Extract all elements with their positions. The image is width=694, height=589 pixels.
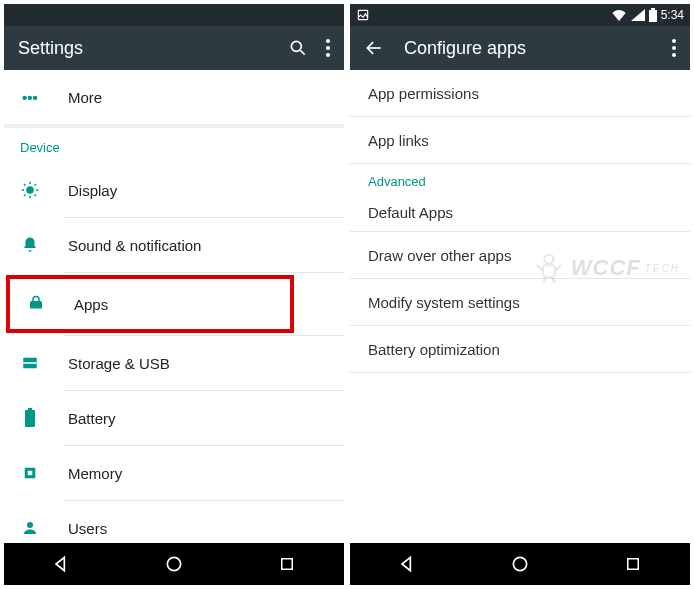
settings-item-battery[interactable]: Battery: [4, 391, 344, 445]
item-battery-opt[interactable]: Battery optimization: [350, 326, 690, 372]
svg-point-36: [513, 557, 526, 570]
svg-rect-14: [23, 358, 37, 363]
nav-home-icon[interactable]: [154, 554, 194, 574]
navigation-bar: [350, 543, 690, 585]
screenshot-saved-icon: [356, 8, 370, 22]
svg-rect-17: [28, 408, 32, 410]
item-label: App links: [368, 132, 429, 149]
item-modify-system[interactable]: Modify system settings: [350, 279, 690, 325]
svg-point-27: [672, 39, 676, 43]
item-label: Draw over other apps: [368, 247, 511, 264]
page-title: Configure apps: [404, 38, 652, 59]
more-options-icon[interactable]: [326, 39, 330, 57]
bell-icon: [20, 236, 40, 254]
settings-item-sound[interactable]: Sound & notification: [4, 218, 344, 272]
svg-rect-16: [25, 410, 35, 427]
back-arrow-icon[interactable]: [364, 38, 384, 58]
item-default-apps[interactable]: Default Apps: [350, 193, 690, 231]
configure-list: App permissions App links Advanced Defau…: [350, 70, 690, 543]
display-icon: [20, 181, 40, 199]
svg-rect-24: [649, 10, 657, 22]
nav-recent-icon[interactable]: [613, 555, 653, 573]
more-options-icon[interactable]: [672, 39, 676, 57]
divider: [350, 372, 690, 373]
settings-item-memory[interactable]: Memory: [4, 446, 344, 500]
settings-list: ••• More Device Display Sound & notifica…: [4, 70, 344, 543]
svg-point-29: [672, 53, 676, 57]
svg-rect-15: [23, 364, 37, 369]
nav-back-icon[interactable]: [387, 554, 427, 574]
svg-line-10: [24, 184, 26, 186]
item-draw-over[interactable]: Draw over other apps: [350, 232, 690, 278]
item-label: Battery optimization: [368, 341, 500, 358]
svg-rect-37: [628, 559, 639, 570]
svg-point-21: [167, 557, 180, 570]
item-label: More: [68, 89, 102, 106]
item-app-links[interactable]: App links: [350, 117, 690, 163]
section-header-device: Device: [4, 128, 344, 163]
svg-point-0: [291, 41, 301, 51]
item-label: Battery: [68, 410, 116, 427]
search-icon[interactable]: [288, 38, 308, 58]
item-label: Default Apps: [368, 204, 453, 221]
svg-line-11: [35, 195, 37, 197]
svg-rect-19: [28, 471, 33, 476]
svg-point-28: [672, 46, 676, 50]
item-label: Storage & USB: [68, 355, 170, 372]
svg-point-2: [326, 39, 330, 43]
item-label: Users: [68, 520, 107, 537]
item-label: Display: [68, 182, 117, 199]
svg-rect-25: [651, 8, 655, 10]
svg-line-12: [24, 195, 26, 197]
section-header-advanced: Advanced: [350, 164, 690, 193]
item-label: Modify system settings: [368, 294, 520, 311]
nav-recent-icon[interactable]: [267, 555, 307, 573]
svg-point-5: [26, 186, 34, 194]
app-bar: Settings: [4, 26, 344, 70]
signal-icon: [631, 9, 645, 21]
settings-screen: Settings ••• More Device Display: [4, 4, 344, 585]
nav-home-icon[interactable]: [500, 554, 540, 574]
svg-point-20: [27, 522, 33, 528]
status-time: 5:34: [661, 8, 684, 22]
item-label: Sound & notification: [68, 237, 201, 254]
settings-item-display[interactable]: Display: [4, 163, 344, 217]
configure-apps-screen: 5:34 Configure apps App permissions App …: [350, 4, 690, 585]
settings-item-more[interactable]: ••• More: [4, 70, 344, 124]
item-label: Apps: [74, 296, 108, 313]
navigation-bar: [4, 543, 344, 585]
battery-icon: [20, 408, 40, 428]
memory-icon: [20, 464, 40, 482]
svg-line-1: [301, 51, 305, 55]
highlight-apps: Apps: [6, 275, 294, 333]
item-app-permissions[interactable]: App permissions: [350, 70, 690, 116]
status-battery-icon: [649, 8, 657, 22]
item-label: Memory: [68, 465, 122, 482]
divider: [64, 272, 344, 273]
wifi-icon: [611, 9, 627, 21]
svg-point-3: [326, 46, 330, 50]
more-icon: •••: [20, 89, 40, 106]
settings-item-storage[interactable]: Storage & USB: [4, 336, 344, 390]
settings-item-users[interactable]: Users: [4, 501, 344, 543]
status-bar: [4, 4, 344, 26]
storage-icon: [20, 354, 40, 372]
nav-back-icon[interactable]: [41, 554, 81, 574]
apps-icon: [26, 295, 46, 313]
svg-rect-22: [282, 559, 293, 570]
status-bar: 5:34: [350, 4, 690, 26]
page-title: Settings: [18, 38, 268, 59]
app-bar: Configure apps: [350, 26, 690, 70]
svg-point-4: [326, 53, 330, 57]
user-icon: [20, 519, 40, 537]
svg-line-13: [35, 184, 37, 186]
item-label: App permissions: [368, 85, 479, 102]
settings-item-apps[interactable]: Apps: [10, 279, 290, 329]
